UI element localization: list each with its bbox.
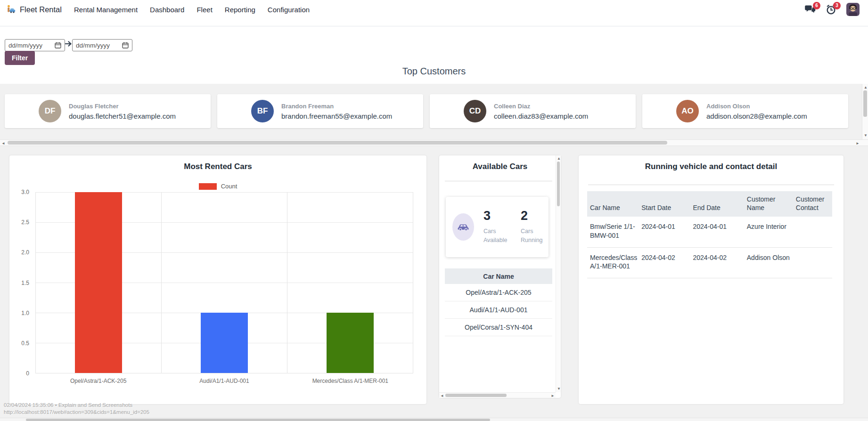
end-date-placeholder: dd/mm/yyyy bbox=[76, 42, 110, 49]
table-cell: 2024-04-01 bbox=[639, 217, 690, 247]
scroll-up-icon[interactable]: ▲ bbox=[864, 85, 868, 90]
customer-avatar: CD bbox=[464, 100, 486, 122]
chart-bar-mercedes-class-a-1-mer-001[interactable] bbox=[327, 313, 374, 373]
messages-badge: 6 bbox=[813, 2, 820, 9]
car-list-item[interactable]: Audi/A1/1-AUD-001 bbox=[445, 301, 552, 319]
chart-y-axis: 3.02.52.01.51.00.50 bbox=[9, 192, 32, 373]
app-brand[interactable]: Fleet Rental bbox=[6, 4, 62, 15]
page-horizontal-scrollbar[interactable]: ◄ ► bbox=[0, 139, 868, 146]
table-cell: 2024-04-01 bbox=[690, 217, 744, 247]
available-cars-title: Available Cars bbox=[439, 162, 561, 171]
customers-vertical-scrollbar[interactable]: ▲ ▼ bbox=[862, 84, 868, 139]
scroll-right-icon[interactable]: ► bbox=[551, 393, 555, 399]
nav-item-reporting[interactable]: Reporting bbox=[225, 6, 255, 14]
app-name: Fleet Rental bbox=[20, 5, 62, 14]
column-header-customer-name: Customer Name bbox=[744, 191, 793, 217]
divider bbox=[588, 185, 834, 185]
start-date-input[interactable]: dd/mm/yyyy bbox=[5, 39, 65, 51]
end-date-input[interactable]: dd/mm/yyyy bbox=[72, 39, 132, 51]
scrollbar-thumb[interactable] bbox=[557, 162, 560, 206]
customer-card[interactable]: AOAddison Olsonaddison.olson28@example.c… bbox=[642, 94, 848, 128]
table-body: Bmw/Serie 1/1-BMW-0012024-04-012024-04-0… bbox=[587, 217, 832, 278]
customer-avatar: AO bbox=[676, 100, 699, 122]
customer-card[interactable]: BFBrandon Freemanbrandon.freeman55@examp… bbox=[217, 94, 423, 128]
main-menu: Rental ManagementDashboardFleetReporting… bbox=[74, 6, 310, 14]
chart-legend[interactable]: Count bbox=[9, 183, 426, 190]
car-name-header: Car Name bbox=[445, 268, 552, 284]
x-axis-label: Opel/Astra/1-ACK-205 bbox=[35, 378, 161, 384]
nav-item-configuration[interactable]: Configuration bbox=[268, 6, 310, 14]
car-icon bbox=[457, 223, 469, 231]
scrollbar-thumb[interactable] bbox=[445, 394, 507, 397]
customer-card[interactable]: DFDouglas Fletcherdouglas.fletcher51@exa… bbox=[5, 94, 211, 128]
column-header-car-name: Car Name bbox=[587, 191, 639, 217]
panel-vertical-scrollbar[interactable]: ▲ ▼ bbox=[556, 155, 561, 392]
customer-name: Brandon Freeman bbox=[281, 103, 392, 110]
table-cell: 2024-04-02 bbox=[690, 247, 744, 278]
top-navbar: Fleet Rental Rental ManagementDashboardF… bbox=[0, 0, 868, 19]
app-root: Fleet Rental Rental ManagementDashboardF… bbox=[0, 0, 868, 421]
scroll-down-icon[interactable]: ▼ bbox=[557, 386, 561, 392]
activities-badge: 3 bbox=[833, 2, 841, 9]
cars-available-value: 3 bbox=[483, 210, 511, 222]
running-vehicle-table: Car NameStart DateEnd DateCustomer NameC… bbox=[587, 191, 832, 278]
nav-item-rental-management[interactable]: Rental Management bbox=[74, 6, 138, 14]
column-header-end-date: End Date bbox=[690, 191, 744, 217]
scroll-down-icon[interactable]: ▼ bbox=[864, 133, 868, 138]
messages-button[interactable]: 6 bbox=[805, 5, 816, 14]
car-list-item[interactable]: Opel/Astra/1-ACK-205 bbox=[445, 284, 552, 301]
column-header-customer-contact: Customer Contact bbox=[793, 191, 832, 217]
legend-swatch bbox=[199, 183, 217, 190]
customer-avatar: BF bbox=[251, 100, 274, 122]
customer-info: Addison Olsonaddison.olson28@example.com bbox=[706, 103, 807, 120]
chart-x-axis: Opel/Astra/1-ACK-205Audi/A1/1-AUD-001Mer… bbox=[35, 378, 413, 384]
car-list: Opel/Astra/1-ACK-205Audi/A1/1-AUD-001Ope… bbox=[445, 284, 552, 336]
fleet-rental-logo-icon bbox=[6, 4, 16, 15]
table-cell: Azure Interior bbox=[744, 217, 793, 247]
scrollbar-thumb[interactable] bbox=[26, 419, 490, 421]
bottom-horizontal-scrollbar[interactable] bbox=[0, 418, 868, 421]
car-list-item[interactable]: Opel/Corsa/1-SYN-404 bbox=[445, 319, 552, 336]
customer-email: addison.olson28@example.com bbox=[706, 112, 807, 120]
chart-bar-opel-astra-1-ack-205[interactable] bbox=[75, 192, 122, 373]
activities-button[interactable]: 3 bbox=[826, 5, 836, 15]
scroll-up-icon[interactable]: ▲ bbox=[557, 156, 561, 162]
legend-label: Count bbox=[221, 183, 237, 190]
most-rented-cars-panel: Most Rented Cars Count 3.02.52.01.51.00.… bbox=[9, 155, 426, 404]
start-date-placeholder: dd/mm/yyyy bbox=[8, 42, 42, 49]
navbar-left: Fleet Rental Rental ManagementDashboardF… bbox=[6, 4, 310, 15]
scrollbar-thumb[interactable] bbox=[8, 141, 667, 145]
divider bbox=[445, 181, 552, 181]
customer-name: Douglas Fletcher bbox=[69, 103, 176, 110]
customer-info: Colleen Diazcolleen.diaz83@example.com bbox=[494, 103, 588, 120]
filter-button[interactable]: Filter bbox=[5, 51, 35, 65]
nav-item-fleet[interactable]: Fleet bbox=[197, 6, 212, 14]
navbar-right: 6 3 bbox=[805, 3, 862, 16]
panel-horizontal-scrollbar[interactable]: ◄ ► bbox=[439, 392, 556, 398]
nav-item-dashboard[interactable]: Dashboard bbox=[150, 6, 184, 14]
customer-avatar: DF bbox=[39, 100, 61, 122]
calendar-icon[interactable] bbox=[55, 42, 61, 49]
watermark-line1: 02/04/2024 15:35:06 • Explain and Send S… bbox=[4, 402, 149, 409]
table-head: Car NameStart DateEnd DateCustomer NameC… bbox=[587, 191, 832, 217]
user-avatar[interactable] bbox=[846, 3, 860, 16]
table-cell: Bmw/Serie 1/1-BMW-001 bbox=[587, 217, 639, 247]
calendar-icon[interactable] bbox=[122, 42, 129, 49]
table-cell: Mercedes/Class A/1-MER-001 bbox=[587, 247, 639, 278]
available-cars-panel: Available Cars 3 Cars Available 2 Cars bbox=[439, 155, 561, 398]
car-icon-badge bbox=[452, 213, 474, 241]
cars-available-stat: 3 Cars Available bbox=[483, 210, 511, 245]
running-vehicle-panel: Running vehicle and contact detail Car N… bbox=[579, 155, 843, 404]
table-row: Mercedes/Class A/1-MER-0012024-04-022024… bbox=[587, 247, 832, 278]
cars-running-stat: 2 Cars Running bbox=[521, 210, 549, 245]
watermark-line2: http://localhost:8017/web#action=309&cid… bbox=[4, 409, 149, 416]
chart-title: Most Rented Cars bbox=[9, 162, 426, 171]
scroll-left-icon[interactable]: ◄ bbox=[440, 393, 444, 399]
chart-bar-audi-a1-1-aud-001[interactable] bbox=[201, 313, 248, 373]
cars-stats-card: 3 Cars Available 2 Cars Running bbox=[446, 197, 549, 257]
top-customers-title: Top Customers bbox=[0, 66, 868, 77]
customer-card[interactable]: CDColleen Diazcolleen.diaz83@example.com bbox=[430, 94, 636, 128]
scrollbar-thumb[interactable] bbox=[863, 90, 867, 117]
x-axis-label: Audi/A1/1-AUD-001 bbox=[161, 378, 287, 384]
top-customers-section: DFDouglas Fletcherdouglas.fletcher51@exa… bbox=[0, 84, 868, 139]
